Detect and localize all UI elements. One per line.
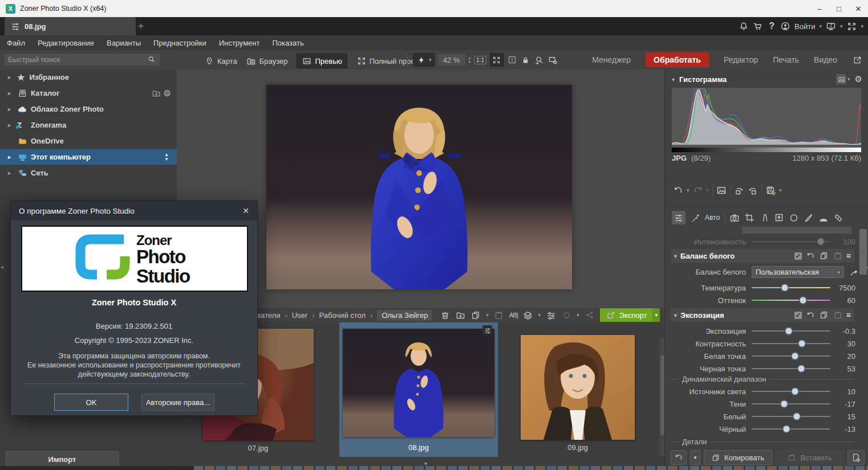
tool-straighten-icon[interactable] <box>759 212 769 223</box>
preset-settings-button[interactable] <box>847 450 865 465</box>
auto-label[interactable]: Авто <box>705 214 720 222</box>
zoom-stepper[interactable]: ▴▾ <box>469 56 471 64</box>
stack-layers-icon[interactable] <box>523 310 533 320</box>
menu-variants[interactable]: Варианты <box>107 39 141 47</box>
close-button[interactable]: ✕ <box>849 1 868 16</box>
slider-track[interactable] <box>752 428 830 430</box>
layers-dropdown-icon[interactable]: ▾ <box>538 312 541 318</box>
sidebar-item-catalog[interactable]: ▸Каталог ⚙ <box>0 85 177 101</box>
sort-updown-icon[interactable]: ▲▼ <box>164 153 169 162</box>
import-button[interactable]: Импорт <box>6 451 119 468</box>
undo-dropdown-icon[interactable]: ▾ <box>687 187 689 193</box>
quick-search-input[interactable]: Быстрый поиск <box>5 54 160 66</box>
help-icon[interactable]: ? <box>767 21 776 31</box>
menu-file[interactable]: Файл <box>7 39 25 47</box>
copy-settings-icon[interactable] <box>819 310 829 320</box>
auto-enhance-bolt-button[interactable]: ▾ <box>413 53 435 67</box>
tool-healing-icon[interactable] <box>833 212 843 223</box>
export-button[interactable]: Экспорт ▾ <box>600 308 660 322</box>
compare-loupe-icon[interactable] <box>534 55 545 65</box>
tab-08jpg[interactable]: 08.jpg <box>5 17 136 35</box>
undo-icon[interactable] <box>673 185 683 195</box>
sidebar-item-zoner-cloud[interactable]: ▸Облако Zoner Photo <box>0 101 177 117</box>
mode-video[interactable]: Видео <box>814 55 837 64</box>
rotate-right-icon[interactable] <box>748 185 758 195</box>
new-folder-icon[interactable] <box>455 310 465 320</box>
add-folder-icon[interactable] <box>151 88 161 99</box>
sidebar-item-this-pc[interactable]: ▸Этот компьютер ▲▼ <box>0 149 177 165</box>
rotate-left-icon[interactable] <box>734 185 744 195</box>
menu-presets[interactable]: Преднастройки <box>153 39 206 47</box>
expand-arrow-icon[interactable]: ▸ <box>8 170 17 176</box>
slider-thumb[interactable] <box>798 296 807 305</box>
undock-icon[interactable] <box>852 55 862 65</box>
copy-icon[interactable] <box>470 310 481 320</box>
one-to-one-button[interactable]: 1:1 <box>474 56 486 64</box>
section-exposure[interactable]: ▾ Экспозиция ✓ ≡ <box>671 308 854 322</box>
slider-track[interactable] <box>752 403 830 404</box>
reset-undo-icon[interactable] <box>805 251 816 261</box>
notifications-bell-icon[interactable] <box>739 21 749 31</box>
reset-undo-icon[interactable] <box>805 310 816 320</box>
thumbnail-08jpg-selected[interactable]: 08.jpg <box>339 322 498 457</box>
preview-button-active[interactable]: Превью <box>297 54 347 68</box>
menu-view[interactable]: Показать <box>272 39 303 47</box>
cart-icon[interactable] <box>753 21 763 31</box>
section-menu-icon[interactable]: ≡ <box>846 310 851 320</box>
maximize-button[interactable]: □ <box>829 1 849 16</box>
tool-vignette-circle-icon[interactable] <box>789 212 799 223</box>
sidebar-item-favorites[interactable]: ▸★Избранное <box>0 70 177 85</box>
section-white-balance[interactable]: ▾ Баланс белого ✓ ≡ <box>671 249 854 263</box>
mode-manager[interactable]: Менеджер <box>592 55 631 64</box>
collapse-arrow-icon[interactable]: ▾ <box>674 312 677 318</box>
save-dropdown-icon[interactable]: ▾ <box>779 187 782 193</box>
histogram-mode-icon[interactable] <box>836 74 846 84</box>
login-dropdown-icon[interactable]: ▾ <box>819 23 822 29</box>
slider-track[interactable] <box>752 330 830 332</box>
new-tab-button[interactable]: + <box>135 20 147 32</box>
menu-tool[interactable]: Инструмент <box>219 39 260 47</box>
tool-camera-icon[interactable] <box>729 212 740 223</box>
fit-to-screen-button[interactable] <box>490 53 504 67</box>
compare-original-icon[interactable] <box>716 185 727 195</box>
copy-settings-icon[interactable] <box>819 251 829 261</box>
export-dropdown-icon[interactable]: ▾ <box>652 308 660 322</box>
slider-thumb[interactable] <box>798 340 806 348</box>
breadcrumb-current-folder[interactable]: Ольга Зейгер <box>377 310 432 321</box>
sidebar-item-network[interactable]: ▸Сеть <box>0 165 177 181</box>
tool-magic-wand-icon[interactable] <box>690 212 700 223</box>
menu-edit[interactable]: Редактирование <box>38 39 94 47</box>
histogram-collapse-arrow-icon[interactable]: ▾ <box>672 76 675 83</box>
tool-perspective-icon[interactable] <box>774 212 784 223</box>
lock-icon[interactable] <box>521 55 531 65</box>
slider-track[interactable] <box>752 391 830 392</box>
tag-dropdown-icon[interactable]: ▾ <box>577 312 579 318</box>
tool-gradient-filter-icon[interactable] <box>818 212 829 223</box>
copy-settings-button[interactable]: Копировать <box>704 450 772 465</box>
breadcrumb-user[interactable]: User <box>292 311 307 320</box>
mode-develop-active[interactable]: Обработать <box>646 52 709 67</box>
slider-track[interactable] <box>752 300 830 301</box>
main-photo-08jpg[interactable] <box>266 85 572 289</box>
histogram-settings-gear-icon[interactable]: ⚙ <box>855 74 862 84</box>
copy-dropdown-icon[interactable]: ▾ <box>486 312 489 318</box>
histogram-mode-dropdown-icon[interactable]: ▾ <box>847 76 850 82</box>
sidebar-item-onedrive[interactable]: OneDrive <box>0 133 177 149</box>
copyrights-button[interactable]: Авторские права... <box>141 394 214 411</box>
ok-button[interactable]: OK <box>54 394 128 411</box>
panel-undo-dropdown-icon[interactable]: ▾ <box>690 450 700 465</box>
view-options-icon[interactable] <box>546 310 556 320</box>
slider-track[interactable] <box>752 416 830 417</box>
slider-thumb[interactable] <box>797 365 805 373</box>
expand-arrow-icon[interactable]: ▸ <box>8 74 17 80</box>
mode-print[interactable]: Печать <box>773 55 799 64</box>
catalog-settings-gear-icon[interactable]: ⚙ <box>164 88 171 99</box>
wb-preset-dropdown[interactable]: Пользовательская▾ <box>752 266 844 278</box>
panel-scrollbar-thumb[interactable] <box>859 229 867 275</box>
browser-button[interactable]: Браузер <box>246 56 288 66</box>
save-icon[interactable]: ✓ <box>765 185 776 195</box>
expand-arrow-icon[interactable]: ▸ <box>8 154 17 160</box>
slider-thumb[interactable] <box>790 387 799 396</box>
enabled-checkbox[interactable]: ✓ <box>794 312 802 319</box>
rename-icon[interactable]: AB] <box>509 312 518 318</box>
